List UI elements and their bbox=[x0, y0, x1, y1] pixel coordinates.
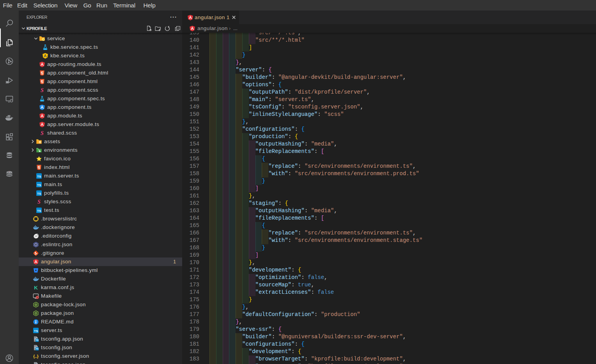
svg-text:TS: TS bbox=[36, 348, 39, 350]
svg-text:TS: TS bbox=[37, 183, 41, 187]
svg-text:TS: TS bbox=[34, 329, 38, 333]
svg-text:S: S bbox=[37, 199, 41, 205]
svg-text:TS: TS bbox=[37, 209, 41, 213]
svg-text:S: S bbox=[41, 130, 44, 136]
svg-text:TS: TS bbox=[37, 175, 41, 178]
svg-text:{..}: {..} bbox=[33, 354, 38, 359]
svg-text:K: K bbox=[34, 285, 38, 291]
svg-text:TS: TS bbox=[36, 339, 39, 341]
svg-text:S: S bbox=[41, 87, 44, 93]
svg-text:TS: TS bbox=[37, 192, 41, 195]
